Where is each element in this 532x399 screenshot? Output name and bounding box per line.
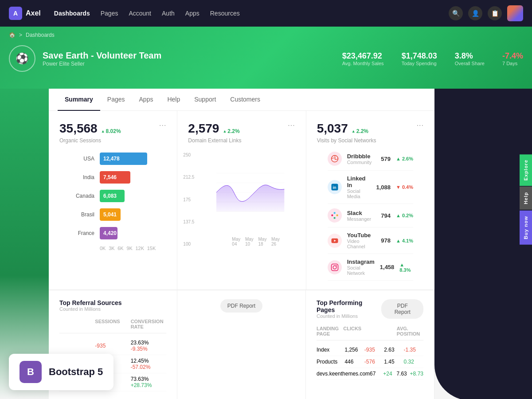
svg-rect-9 [333,212,335,214]
youtube-icon [328,234,342,248]
line-chart-wrapper: 250 212.5 175 137.5 100 [199,153,284,246]
search-icon[interactable]: 🔍 [449,6,463,20]
bar-container-france: 4,420 [100,227,156,239]
tab-summary[interactable]: Summary [58,89,100,111]
social-row-linkedin: in Linked In Social Media 1,088 ▼ 0.4% [328,171,413,204]
line-chart-svg [216,153,284,232]
nav-account[interactable]: Account [129,10,151,17]
instagram-name: Instagram [347,258,375,265]
buy-now-btn[interactable]: Buy now [520,211,532,245]
nav-resources[interactable]: Resources [210,10,240,17]
tab-customers[interactable]: Customers [223,89,267,111]
instagram-change: ▲ 8.3% [399,262,413,273]
top-pages-card: Top Performing Pages Counted in Millions… [306,290,434,399]
tab-support[interactable]: Support [187,89,223,111]
instagram-info: Instagram Social Network [347,258,375,276]
bar-label-canada: Canada [70,193,94,199]
hero-subtitle: Power Elite Seller [43,61,335,67]
chart-x-labels: May 04 May 10 May 18 May 26 [216,237,284,246]
nav-pages[interactable]: Pages [101,10,118,17]
referral-table-header: SESSIONS CONVERSION RATE [59,319,166,333]
notifications-icon[interactable]: 📋 [488,6,502,20]
hero-stat-value-share: 3.8% [455,51,485,61]
stat-social-row: 5,037 2.2% [317,121,376,136]
dribbble-icon [328,152,342,166]
below-hero: Summary Pages Apps Help Support Customer… [0,89,532,399]
dark-right-panel [434,89,532,399]
avatar[interactable] [507,5,523,21]
slack-value: 794 [381,212,391,219]
hero-stat-spending: $1,748.03 Today Spending [402,51,437,66]
svg-point-15 [333,266,336,269]
brand[interactable]: A Axel [9,7,41,20]
bar-label-france: France [70,230,94,236]
social-row-instagram: Instagram Social Network 1,458 ▲ 8.3% [328,254,413,281]
nav-apps[interactable]: Apps [185,10,200,17]
explore-btn[interactable]: Explore [520,154,532,186]
dribbble-change: ▲ 2.6% [396,156,413,161]
brand-icon: A [9,7,22,20]
home-icon[interactable]: 🏠 [9,32,16,38]
hero-stat-label-sales: Avg. Monthly Sales [342,61,384,66]
tab-apps[interactable]: Apps [132,89,160,111]
help-btn[interactable]: Help [520,187,532,210]
pdf-report-btn[interactable]: PDF Report [220,299,262,313]
domain-links-value: 2,579 [188,121,219,136]
linkedin-name: Linked In [347,175,371,188]
bar-container-india: 7,546 [100,171,156,184]
top-pages-header: Top Performing Pages Counted in Millions… [317,299,423,326]
linkedin-value: 1,088 [376,184,391,191]
top-pages-row-2: Products 446 -576 1.45 0.32 [317,356,423,368]
youtube-type: Video Channel [347,239,376,249]
svg-point-16 [336,265,336,266]
hero-stat-value-7days: -7.4% [502,51,523,61]
bar-label-brasil: Brasil [70,211,94,218]
line-chart: 250 212.5 175 137.5 100 [188,144,295,255]
bootstrap-watermark: B Bootstrap 5 [9,354,113,390]
youtube-name: YouTube [347,232,376,239]
top-pages-pdf-btn[interactable]: PDF Report [381,299,423,319]
pdf-card: PDF Report [177,290,306,399]
svg-rect-14 [331,264,338,270]
tab-pages[interactable]: Pages [100,89,132,111]
social-more-btn[interactable]: ··· [417,121,424,129]
organic-more-btn[interactable]: ··· [159,121,166,129]
stat-card-domain-header: 2,579 2.2% Domain External Links ··· [188,121,295,144]
linkedin-info: Linked In Social Media [347,175,371,199]
domain-more-btn[interactable]: ··· [288,121,295,129]
stat-card-organic: 35,568 8.02% Organic Sessions ··· [49,111,177,289]
tabs: Summary Pages Apps Help Support Customer… [49,89,434,111]
content-area: Summary Pages Apps Help Support Customer… [49,89,434,399]
stat-card-social-header: 5,037 2.2% Visits by Social Networks ··· [317,121,424,144]
stat-card-domain: 2,579 2.2% Domain External Links ··· [177,111,305,289]
stat-domain-row: 2,579 2.2% [188,121,241,136]
bar-usa: 12,478 [100,153,147,165]
stat-organic-number-group: 35,568 8.02% Organic Sessions [59,121,121,144]
hero-content: ⚽ Save Earth - Volunteer Team Power Elit… [9,45,523,72]
svg-rect-11 [336,215,338,216]
left-green-bg [0,89,49,399]
svg-rect-10 [333,217,335,219]
hero-stat-label-spending: Today Spending [402,61,437,66]
breadcrumb-sep: > [19,32,22,38]
bar-label-usa: USA [70,156,94,162]
bar-container-brasil: 5,041 [100,208,156,221]
slack-name: Slack [347,210,376,216]
referral-title: Top Referral Sources [59,299,166,306]
bar-india: 7,546 [100,171,130,184]
domain-links-label: Domain External Links [188,137,241,144]
social-visits-change: 2.2% [352,128,368,134]
user-icon[interactable]: 👤 [468,6,482,20]
stat-domain-number-group: 2,579 2.2% Domain External Links [188,121,241,144]
nav-auth[interactable]: Auth [162,10,175,17]
dribbble-value: 579 [381,156,391,162]
dribbble-name: Dribbble [347,153,376,160]
top-pages-title: Top Performing Pages [317,299,381,313]
organic-sessions-label: Organic Sessions [59,137,121,144]
tab-help[interactable]: Help [160,89,187,111]
social-row-dribbble: Dribbble Community 579 ▲ 2.6% [328,147,413,171]
hero-stat-label-share: Overall Share [455,61,485,66]
nav-dashboards[interactable]: Dashboards [54,10,90,17]
breadcrumb: 🏠 > Dashboards [9,32,523,38]
instagram-value: 1,458 [380,264,395,270]
